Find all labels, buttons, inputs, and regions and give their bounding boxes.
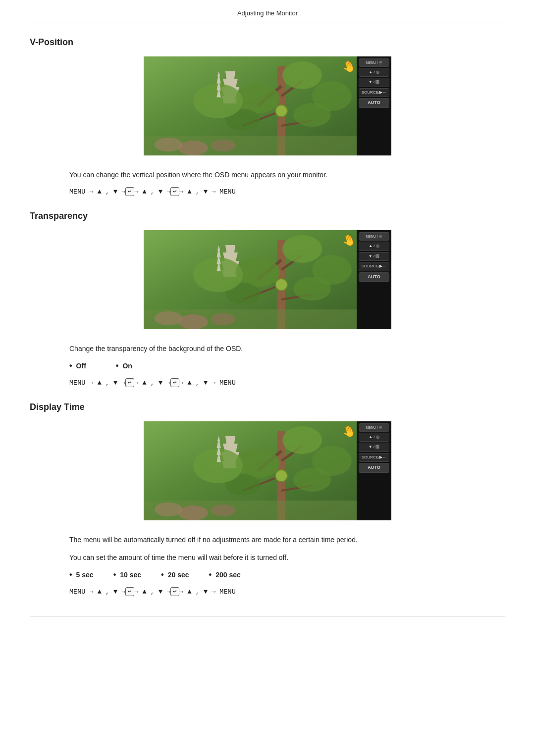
display-time-bullet-200sec: • 200 sec (209, 570, 241, 579)
page-footer (30, 616, 505, 616)
page-header: Adjusting the Monitor (30, 0, 505, 22)
osd-panel-3: MENU / 三 ▲ / ◎ ▼ / 圆 SOURCE/▶← AUTO (357, 421, 391, 520)
svg-rect-35 (144, 309, 357, 329)
osd-panel-1: MENU / 三 ▲ / ◎ ▼ / 圆 SOURCE/▶← AUTO (357, 56, 391, 155)
enter-key-5: ↵ (125, 587, 134, 596)
osd-auto-btn-3[interactable]: AUTO (359, 463, 389, 473)
monitor-scene-2 (144, 230, 357, 329)
section-heading-transparency: Transparency (30, 211, 505, 221)
osd-down-btn-2[interactable]: ▼ / 圆 (359, 252, 389, 261)
svg-point-52 (275, 470, 287, 482)
display-time-bullet-10sec: • 10 sec (113, 570, 141, 579)
osd-menu-btn-3[interactable]: MENU / 三 (359, 423, 389, 432)
svg-point-30 (312, 255, 352, 285)
bullet-dot-10sec: • (113, 570, 116, 579)
section-transparency: Transparency (30, 211, 505, 387)
section-v-position: V-Position (30, 37, 505, 196)
bullet-dot-20sec: • (161, 570, 164, 579)
svg-point-44 (282, 426, 322, 454)
display-time-5sec-label: 5 sec (76, 571, 94, 579)
scene-svg-2 (144, 230, 357, 329)
svg-point-16 (275, 105, 287, 117)
display-time-10sec-label: 10 sec (120, 571, 141, 579)
osd-down-btn-1[interactable]: ▼ / 圆 (359, 78, 389, 87)
header-title: Adjusting the Monitor (237, 9, 298, 17)
section-display-time: Display Time (30, 402, 505, 596)
transparency-image-wrap: MENU / 三 ▲ / ◎ ▼ / 圆 SOURCE/▶← AUTO 🤚 (30, 230, 505, 329)
bullet-dot-on: • (116, 361, 119, 370)
svg-point-11 (193, 84, 243, 118)
osd-down-btn-3[interactable]: ▼ / 圆 (359, 443, 389, 452)
display-time-image-wrap: MENU / 三 ▲ / ◎ ▼ / 圆 SOURCE/▶← AUTO 🤚 (30, 421, 505, 520)
display-time-bullet-5sec: • 5 sec (69, 570, 94, 579)
transparency-off-label: Off (76, 362, 86, 370)
enter-key-3: ↵ (125, 378, 134, 387)
osd-up-btn-3[interactable]: ▲ / ◎ (359, 433, 389, 442)
display-time-monitor-image: MENU / 三 ▲ / ◎ ▼ / 圆 SOURCE/▶← AUTO 🤚 (144, 421, 391, 520)
monitor-scene-3 (144, 421, 357, 520)
osd-source-btn-2[interactable]: SOURCE/▶← (359, 262, 389, 271)
svg-point-29 (193, 257, 243, 292)
osd-up-btn-1[interactable]: ▲ / ◎ (359, 68, 389, 77)
display-time-bullets: • 5 sec • 10 sec • 20 sec • 200 sec (69, 570, 505, 579)
display-time-200sec-label: 200 sec (215, 571, 241, 579)
svg-point-8 (282, 61, 322, 89)
transparency-bullet-on: • On (116, 361, 132, 370)
svg-point-12 (312, 81, 352, 111)
bullet-dot-200sec: • (209, 570, 212, 579)
svg-point-34 (275, 279, 287, 291)
osd-up-btn-2[interactable]: ▲ / ◎ (359, 242, 389, 251)
v-position-image-wrap: MENU / 三 ▲ / ◎ ▼ / 圆 SOURCE/▶← AUTO 🤚 (30, 56, 505, 155)
osd-source-btn-3[interactable]: SOURCE/▶← (359, 453, 389, 462)
enter-key-1: ↵ (125, 187, 134, 196)
osd-auto-btn-2[interactable]: AUTO (359, 272, 389, 282)
enter-key-2: ↵ (170, 187, 179, 196)
svg-rect-17 (144, 136, 357, 155)
section-heading-display-time: Display Time (30, 402, 505, 412)
svg-point-48 (312, 446, 352, 476)
svg-point-26 (282, 235, 322, 263)
v-position-nav: MENU → ▲ , ▼ →↵→ ▲ , ▼ →↵→ ▲ , ▼ → MENU (69, 187, 505, 196)
osd-menu-btn-1[interactable]: MENU / 三 (359, 58, 389, 67)
bullet-dot-off: • (69, 361, 72, 370)
display-time-nav: MENU → ▲ , ▼ →↵→ ▲ , ▼ →↵→ ▲ , ▼ → MENU (69, 587, 505, 596)
monitor-scene-1 (144, 56, 357, 155)
v-position-description: You can change the vertical position whe… (69, 169, 505, 180)
section-heading-v-position: V-Position (30, 37, 505, 48)
v-position-monitor-image: MENU / 三 ▲ / ◎ ▼ / 圆 SOURCE/▶← AUTO 🤚 (144, 56, 391, 155)
transparency-monitor-image: MENU / 三 ▲ / ◎ ▼ / 圆 SOURCE/▶← AUTO 🤚 (144, 230, 391, 329)
svg-rect-53 (144, 501, 357, 520)
osd-panel-2: MENU / 三 ▲ / ◎ ▼ / 圆 SOURCE/▶← AUTO (357, 230, 391, 329)
enter-key-4: ↵ (170, 378, 179, 387)
scene-svg-1 (144, 56, 357, 155)
osd-auto-btn-1[interactable]: AUTO (359, 98, 389, 108)
svg-point-47 (193, 449, 243, 483)
display-time-bullet-20sec: • 20 sec (161, 570, 189, 579)
display-time-description2: You can set the amount of time the menu … (69, 552, 505, 563)
bullet-dot-5sec: • (69, 570, 72, 579)
display-time-20sec-label: 20 sec (168, 571, 189, 579)
enter-key-6: ↵ (170, 587, 179, 596)
transparency-bullets: • Off • On (69, 361, 505, 370)
transparency-on-label: On (122, 362, 132, 370)
scene-svg-3 (144, 421, 357, 520)
display-time-description1: The menu will be automatically turned of… (69, 534, 505, 545)
transparency-nav: MENU → ▲ , ▼ →↵→ ▲ , ▼ →↵→ ▲ , ▼ → MENU (69, 378, 505, 387)
osd-menu-btn-2[interactable]: MENU / 三 (359, 232, 389, 241)
transparency-description: Change the transparency of the backgroun… (69, 343, 505, 354)
transparency-bullet-off: • Off (69, 361, 86, 370)
osd-source-btn-1[interactable]: SOURCE/▶← (359, 88, 389, 97)
